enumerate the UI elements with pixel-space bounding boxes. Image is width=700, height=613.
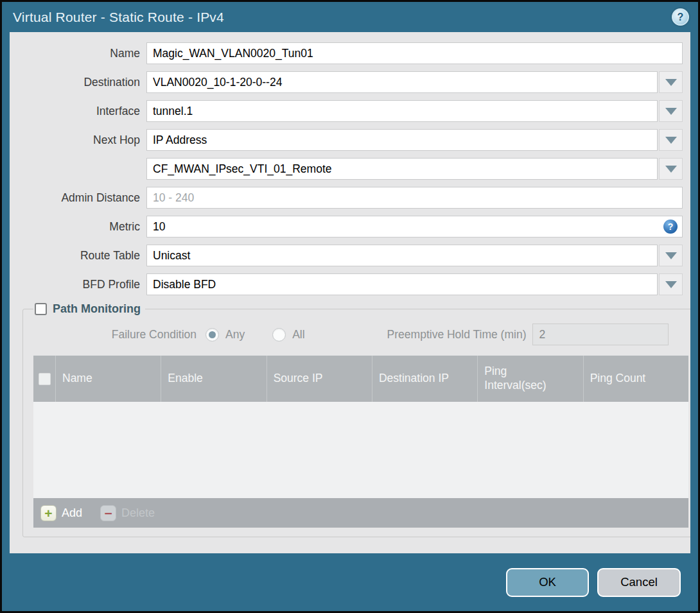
failure-condition-all-radio[interactable] <box>272 328 286 341</box>
add-button[interactable]: + Add <box>40 505 82 521</box>
table-header: Name Enable Source IP Destination IP Pin… <box>33 356 688 402</box>
interface-input[interactable] <box>146 100 658 122</box>
interface-label: Interface <box>17 105 146 118</box>
info-icon[interactable]: ? <box>663 220 678 234</box>
admin-distance-input[interactable] <box>146 187 683 209</box>
add-button-label: Add <box>62 506 82 520</box>
field-row-route-table: Route Table <box>17 245 683 266</box>
column-header-destination-ip: Destination IP <box>372 356 478 402</box>
path-monitoring-section: Path Monitoring Failure Condition Any Al… <box>22 302 690 537</box>
column-header-ping-count: Ping Count <box>584 356 688 402</box>
next-hop-dropdown-button[interactable] <box>659 129 683 151</box>
path-monitoring-checkbox[interactable] <box>35 303 47 315</box>
destination-dropdown-button[interactable] <box>659 71 683 93</box>
preemptive-hold-time-label: Preemptive Hold Time (min) <box>387 328 527 341</box>
failure-condition-any-label: Any <box>225 328 245 341</box>
name-input[interactable] <box>146 42 683 64</box>
chevron-down-icon <box>665 166 677 173</box>
column-header-ping-interval: Ping Interval(sec) <box>478 356 583 402</box>
dialog-footer: OK Cancel <box>2 553 698 611</box>
dialog-title: Virtual Router - Static Route - IPv4 <box>13 10 224 25</box>
metric-input[interactable] <box>146 216 683 237</box>
dialog-titlebar: Virtual Router - Static Route - IPv4 ? <box>2 2 698 32</box>
next-hop-address-dropdown-button[interactable] <box>659 158 683 180</box>
bfd-profile-dropdown-button[interactable] <box>659 273 683 295</box>
failure-condition-all-label: All <box>292 328 304 341</box>
name-label: Name <box>17 47 146 60</box>
field-row-bfd-profile: BFD Profile <box>17 273 683 295</box>
failure-condition-any-radio[interactable] <box>206 328 219 341</box>
field-row-destination: Destination <box>17 71 683 93</box>
field-row-name: Name <box>17 42 683 64</box>
failure-condition-row: Failure Condition Any All Preemptive Hol… <box>33 324 688 345</box>
path-monitoring-title: Path Monitoring <box>53 302 141 316</box>
cancel-button[interactable]: Cancel <box>597 568 681 597</box>
chevron-down-icon <box>665 79 677 86</box>
delete-icon: − <box>100 505 116 521</box>
column-header-enable: Enable <box>161 356 267 402</box>
field-row-admin-distance: Admin Distance <box>17 187 683 209</box>
chevron-down-icon <box>665 108 677 115</box>
table-header-checkbox-cell <box>33 356 56 402</box>
radio-dot <box>209 331 216 338</box>
field-row-next-hop-address <box>17 158 683 180</box>
table-body-empty <box>33 402 688 498</box>
path-monitoring-table: Name Enable Source IP Destination IP Pin… <box>33 356 688 528</box>
field-row-interface: Interface <box>17 100 683 122</box>
path-monitoring-legend: Path Monitoring <box>33 302 145 316</box>
delete-button-label: Delete <box>121 506 155 520</box>
delete-button[interactable]: − Delete <box>100 505 155 521</box>
route-table-label: Route Table <box>17 249 146 263</box>
column-header-name: Name <box>56 356 161 402</box>
dialog-frame: Virtual Router - Static Route - IPv4 ? N… <box>0 0 700 613</box>
field-row-metric: Metric ? <box>17 216 683 237</box>
preemptive-hold-time-input[interactable] <box>532 324 669 345</box>
destination-input[interactable] <box>146 71 658 93</box>
failure-condition-label: Failure Condition <box>33 328 206 341</box>
select-all-checkbox[interactable] <box>39 373 51 385</box>
admin-distance-label: Admin Distance <box>17 191 146 205</box>
table-toolbar: + Add − Delete <box>33 498 688 528</box>
add-icon: + <box>40 505 57 521</box>
column-header-source-ip: Source IP <box>267 356 372 402</box>
ok-button[interactable]: OK <box>506 568 589 597</box>
chevron-down-icon <box>665 252 677 259</box>
help-icon[interactable]: ? <box>672 8 689 26</box>
interface-dropdown-button[interactable] <box>659 100 683 122</box>
chevron-down-icon <box>665 137 677 144</box>
chevron-down-icon <box>665 281 677 288</box>
static-route-dialog: Virtual Router - Static Route - IPv4 ? N… <box>2 2 698 611</box>
next-hop-type-input[interactable] <box>146 129 658 151</box>
bfd-profile-input[interactable] <box>146 273 658 295</box>
metric-label: Metric <box>17 220 146 234</box>
route-table-input[interactable] <box>146 245 658 266</box>
next-hop-address-input[interactable] <box>146 158 658 180</box>
bfd-profile-label: BFD Profile <box>17 278 146 291</box>
destination-label: Destination <box>17 76 146 89</box>
field-row-next-hop: Next Hop <box>17 129 683 151</box>
route-table-dropdown-button[interactable] <box>659 245 683 266</box>
next-hop-label: Next Hop <box>17 134 146 147</box>
dialog-content: Name Destination Interface <box>10 32 690 553</box>
